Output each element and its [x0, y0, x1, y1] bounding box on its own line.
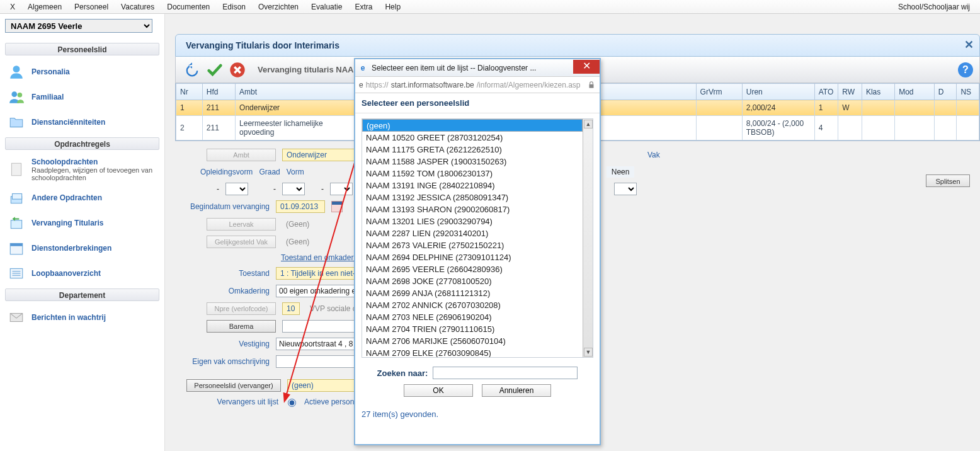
list-item[interactable]: NAAM 11588 JASPER (19003150263) [362, 156, 583, 168]
sidebar-item-label: Loopbaanoverzicht [31, 269, 101, 278]
sidebar-item-personalia[interactable]: Personalia [5, 59, 159, 84]
sidebar-item-label: Vervanging Titularis [31, 219, 103, 227]
sidebar-item-label: Dienstanciënniteiten [31, 118, 105, 127]
svg-point-1 [11, 91, 17, 97]
vervangers-radio-actieve[interactable] [288, 399, 296, 407]
help-icon[interactable]: ? [958, 62, 973, 77]
list-item[interactable]: NAAM 13192 JESSICA (28508091347) [362, 191, 583, 203]
list-item[interactable]: NAAM 13193 SHARON (29002060817) [362, 203, 583, 215]
list-item[interactable]: NAAM 2702 ANNICK (26707030208) [362, 299, 583, 311]
sidebar-item-schoolopdrachten[interactable]: Schoolopdrachten Raadplegen, wijzigen of… [5, 154, 159, 185]
menu-help[interactable]: Help [379, 1, 407, 13]
dialog-title: Selecteer een item uit de lijst -- Dialo… [372, 64, 536, 72]
menu-school-schooljaar[interactable]: School/Schooljaar wij [898, 3, 976, 11]
scroll-down-icon[interactable]: ▼ [584, 348, 593, 357]
sidebar-item-loopbaanoverzicht[interactable]: Loopbaanoverzicht [5, 261, 159, 286]
menu-x[interactable]: X [4, 1, 21, 13]
content: Vervanging Titularis door Interimaris ✕ … [165, 14, 980, 451]
document-icon [8, 161, 25, 178]
sidebar-item-label: Berichten in wachtrij [31, 313, 106, 322]
section-personeelslid: Personeelslid [5, 43, 159, 55]
list-item[interactable]: NAAM 13191 INGE (28402210894) [362, 180, 583, 191]
swap-icon [8, 214, 25, 232]
stack-icon [8, 189, 25, 207]
list-item[interactable]: NAAM 2704 TRIEN (27901110615) [362, 323, 583, 335]
right-select[interactable] [614, 183, 637, 195]
svg-rect-6 [11, 220, 21, 229]
eigenvak-input[interactable] [276, 355, 358, 368]
lock-icon [587, 81, 596, 89]
list-item[interactable]: NAAM 2699 ANJA (26811121312) [362, 287, 583, 299]
menubar: X Algemeen Personeel Vacatures Documente… [0, 0, 980, 14]
list-item[interactable]: NAAM 2709 ELKE (27603090845) [362, 347, 583, 357]
dialog-cancel-button[interactable]: Annuleren [482, 384, 551, 397]
menu-algemeen[interactable]: Algemeen [21, 1, 68, 13]
ambt-value: Onderwijzer [282, 149, 364, 161]
list-item[interactable]: NAAM 11592 TOM (18006230137) [362, 168, 583, 180]
sidebar-item-dienstancienniteiten[interactable]: Dienstanciënniteiten [5, 110, 159, 135]
list-item[interactable]: NAAM 2694 DELPHINE (27309101124) [362, 251, 583, 263]
vorm-select[interactable] [330, 183, 353, 195]
list-item[interactable]: NAAM 2706 MARIJKE (25606070104) [362, 335, 583, 347]
dialog-titlebar[interactable]: e Selecteer een item uit de lijst -- Dia… [355, 59, 600, 77]
list-icon [8, 265, 25, 282]
eigenvak-label: Eigen vak omschrijving [175, 357, 270, 366]
svg-point-0 [13, 66, 20, 72]
barema-input[interactable] [282, 320, 364, 333]
neen-value: Neen [607, 166, 635, 178]
list-item[interactable]: NAAM 2698 JOKE (27708100520) [362, 275, 583, 287]
vorm-label: Vorm [287, 168, 304, 176]
menu-edison[interactable]: Edison [216, 1, 252, 13]
people-icon [8, 88, 25, 106]
list-item[interactable]: NAAM 2287 LIEN (29203140201) [362, 227, 583, 239]
personeelslid-select[interactable]: NAAM 2695 Veerle [5, 19, 152, 33]
vervangers-label: Vervangers uit lijst [175, 397, 278, 406]
sidebar-item-label: Schoolopdrachten Raadplegen, wijzigen of… [31, 157, 157, 181]
sidebar-item-vervanging-titularis[interactable]: Vervanging Titularis [5, 210, 159, 236]
sidebar-item-label: Dienstonderbrekingen [31, 244, 111, 253]
sidebar-item-dienstonderbrekingen[interactable]: Dienstonderbrekingen [5, 236, 159, 261]
menu-overzichten[interactable]: Overzichten [252, 1, 305, 13]
omkadering-value[interactable]: 00 eigen omkadering e [276, 285, 364, 297]
sidebar-item-berichten[interactable]: Berichten in wachtrij [5, 305, 159, 330]
list-item[interactable]: NAAM 11175 GRETA (26212262510) [362, 144, 583, 156]
calendar-picker-icon[interactable] [331, 201, 343, 212]
section-departement: Departement [5, 288, 159, 301]
zoeken-input[interactable] [433, 367, 578, 379]
dialog-ok-button[interactable]: OK [404, 384, 473, 397]
menu-personeel[interactable]: Personeel [68, 1, 115, 13]
list-item[interactable]: (geen) [362, 119, 583, 132]
barema-button[interactable]: Barema [207, 320, 276, 333]
confirm-button[interactable] [205, 60, 225, 80]
personeelslid-listbox[interactable]: (geen)NAAM 10520 GREET (28703120254)NAAM… [362, 118, 593, 358]
select-personeelslid-dialog: e Selecteer een item uit de lijst -- Dia… [354, 58, 601, 445]
npre-button: Npre (verlofcode) [207, 302, 276, 315]
splitsen-button[interactable]: Splitsen [926, 174, 970, 187]
list-item[interactable]: NAAM 2703 NELE (26906190204) [362, 311, 583, 323]
listbox-scrollbar[interactable]: ▲ ▼ [583, 119, 593, 357]
list-item[interactable]: NAAM 2673 VALERIE (27502150221) [362, 239, 583, 251]
scroll-up-icon[interactable]: ▲ [584, 120, 593, 128]
person-icon [8, 63, 25, 81]
menu-documenten[interactable]: Documenten [161, 1, 216, 13]
graad-select[interactable] [282, 183, 305, 195]
sidebar-item-andere-opdrachten[interactable]: Andere Opdrachten [5, 185, 159, 210]
undo-button[interactable] [182, 60, 202, 80]
window-close-icon[interactable]: ✕ [963, 40, 974, 51]
personeelslid-vervanger-button[interactable]: Personeelslid (vervanger) [186, 379, 281, 392]
list-item[interactable]: NAAM 2695 VEERLE (26604280936) [362, 263, 583, 275]
dialog-header: Selecteer een personeelslid [355, 93, 600, 113]
vestiging-value[interactable]: Nieuwpoortstraat 4 , 8 [276, 338, 364, 350]
list-item[interactable]: NAAM 13201 LIES (29003290794) [362, 215, 583, 227]
menu-vacatures[interactable]: Vacatures [115, 1, 161, 13]
personeelslid-vervanger-value: (geen) [287, 379, 356, 392]
opleidingsvorm-select[interactable] [225, 183, 248, 195]
menu-extra[interactable]: Extra [348, 1, 379, 13]
menu-evaluatie[interactable]: Evaluatie [305, 1, 348, 13]
list-item[interactable]: NAAM 10520 GREET (28703120254) [362, 132, 583, 144]
sidebar-item-familiaal[interactable]: Familiaal [5, 84, 159, 110]
toestand-value[interactable]: 1 : Tijdelijk in een niet- [276, 267, 360, 280]
begindatum-value[interactable]: 01.09.2013 [276, 200, 325, 213]
dialog-close-button[interactable]: ✕ [573, 60, 600, 74]
cancel-button[interactable] [227, 60, 248, 80]
